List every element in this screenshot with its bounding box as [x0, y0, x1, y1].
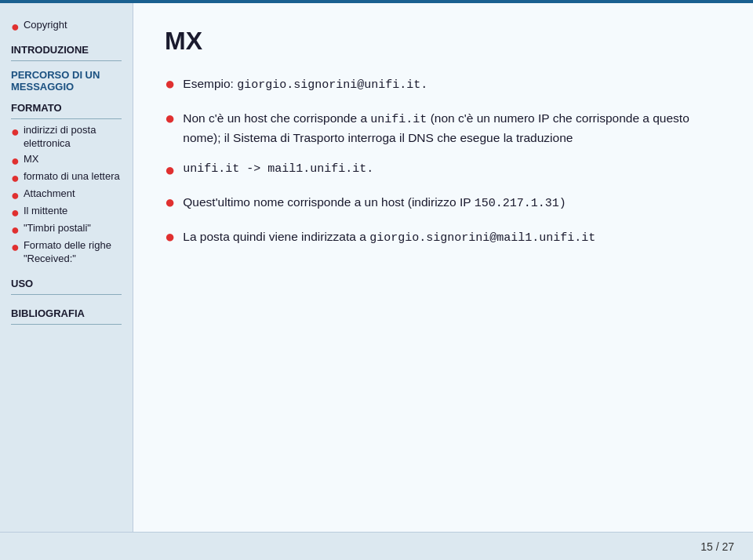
list-item: ● Esempio: giorgio.signorini@unifi.it.: [165, 75, 722, 95]
sidebar: ● Copyright INTRODUZIONE PERCORSO DI UN …: [0, 3, 133, 532]
inline-code: 150.217.1.31): [475, 197, 566, 210]
sidebar-item-indirizzi[interactable]: ● indirizzi di posta elettronica: [11, 124, 122, 151]
sidebar-item-attachment[interactable]: ● Attachment: [11, 187, 122, 202]
sidebar-item-mx[interactable]: ● MX: [11, 153, 122, 168]
bullet-icon: ●: [165, 75, 175, 93]
bullet-icon: ●: [165, 110, 175, 127]
sidebar-item-percorso-label: PERCORSO DI UN MESSAGGIO: [11, 69, 100, 93]
sidebar-section-label: INTRODUZIONE: [11, 44, 89, 56]
sidebar-section-bibliografia[interactable]: BIBLIOGRAFIA: [11, 307, 122, 319]
list-item: ● La posta quindi viene indirizzata a gi…: [165, 227, 722, 248]
list-item-text: Esempio: giorgio.signorini@unifi.it.: [183, 75, 722, 95]
inline-code: unifi.it: [370, 113, 427, 126]
inline-code: giorgio.signorini@unifi.it.: [237, 78, 427, 92]
sidebar-item-formato-lettera[interactable]: ● formato di una lettera: [11, 170, 122, 185]
bullet-icon: ●: [11, 223, 20, 237]
list-item: ● Non c'è un host che corrisponde a unif…: [165, 109, 722, 147]
sidebar-item-formato-righe[interactable]: ● Formato delle righe "Received:": [11, 239, 122, 266]
bullet-list: ● Esempio: giorgio.signorini@unifi.it. ●…: [165, 75, 722, 247]
sidebar-section-uso[interactable]: USO: [11, 278, 122, 289]
sidebar-item-label: Il mittente: [24, 205, 67, 218]
bullet-icon: ●: [11, 240, 20, 254]
main-content: MX ● Esempio: giorgio.signorini@unifi.it…: [133, 3, 753, 532]
page-current: 15: [700, 540, 713, 553]
sidebar-section-formato-label: FORMATO: [11, 102, 62, 114]
bullet-icon: ●: [11, 188, 20, 202]
list-item: ● unifi.it -> mail1.unifi.it.: [165, 161, 722, 179]
list-item-text: unifi.it -> mail1.unifi.it.: [183, 161, 722, 179]
sidebar-item-label: formato di una lettera: [24, 170, 120, 184]
sidebar-divider-formato: [11, 118, 122, 119]
footer: 15 / 27: [0, 532, 753, 560]
bullet-icon: ●: [165, 228, 175, 245]
sidebar-item-percorso[interactable]: PERCORSO DI UN MESSAGGIO: [11, 69, 122, 93]
sidebar-item-copyright[interactable]: ● Copyright: [11, 19, 122, 34]
bullet-icon: ●: [165, 194, 175, 211]
sidebar-item-il-mittente[interactable]: ● Il mittente: [11, 205, 122, 220]
bullet-icon: ●: [165, 162, 175, 179]
list-item-text: La posta quindi viene indirizzata a gior…: [183, 227, 722, 248]
page-indicator: 15 / 27: [700, 540, 734, 553]
sidebar-item-label: "Timbri postali": [24, 222, 91, 235]
page-total: 27: [722, 540, 734, 553]
sidebar-divider-uso: [11, 294, 122, 295]
sidebar-section-uso-label: USO: [11, 278, 33, 289]
main-container: ● Copyright INTRODUZIONE PERCORSO DI UN …: [0, 3, 753, 532]
sidebar-section-bibliografia-label: BIBLIOGRAFIA: [11, 307, 85, 319]
bullet-icon: ●: [11, 20, 20, 34]
list-item-text: Non c'è un host che corrisponde a unifi.…: [183, 109, 722, 147]
page-title: MX: [165, 27, 722, 56]
list-item-text: Quest'ultimo nome corrisponde a un host …: [183, 193, 722, 213]
sidebar-item-label: Formato delle righe "Received:": [24, 239, 122, 266]
list-item: ● Quest'ultimo nome corrisponde a un hos…: [165, 193, 722, 213]
bullet-icon: ●: [11, 205, 20, 220]
sidebar-divider-bibliografia: [11, 324, 122, 325]
bullet-icon: ●: [11, 154, 20, 168]
sidebar-item-label: Copyright: [24, 19, 67, 32]
sidebar-divider-introduzione: [11, 60, 122, 61]
bullet-icon: ●: [11, 125, 20, 139]
sidebar-item-label: MX: [24, 153, 39, 166]
sidebar-section-introduzione[interactable]: INTRODUZIONE: [11, 44, 122, 56]
sidebar-item-timbri-postali[interactable]: ● "Timbri postali": [11, 222, 122, 237]
sidebar-item-label: indirizzi di posta elettronica: [24, 124, 122, 151]
sidebar-section-formato[interactable]: FORMATO: [11, 102, 122, 114]
bullet-icon: ●: [11, 171, 20, 185]
sidebar-item-label: Attachment: [24, 187, 75, 201]
inline-code: giorgio.signorini@mail1.unifi.it: [369, 231, 595, 245]
